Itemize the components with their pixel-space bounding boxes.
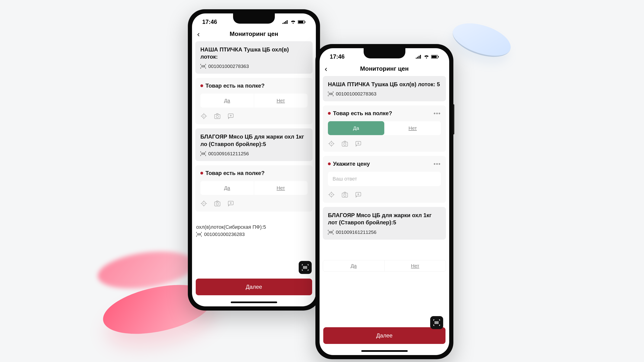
- svg-rect-18: [342, 142, 348, 146]
- svg-point-22: [331, 194, 332, 195]
- svg-rect-2: [305, 21, 306, 23]
- yes-button[interactable]: Да: [200, 94, 254, 107]
- svg-rect-10: [214, 202, 220, 206]
- question-card: Товар есть на полке? Да Нет: [195, 165, 312, 212]
- location-icon[interactable]: [328, 140, 335, 147]
- question-label: Товар есть на полке?: [206, 170, 264, 176]
- camera-icon[interactable]: [214, 200, 221, 207]
- signal-icon: [282, 20, 288, 24]
- price-question-card: Укажите цену •••: [323, 156, 446, 203]
- battery-icon: [298, 20, 306, 24]
- svg-rect-14: [432, 56, 437, 58]
- question-card: Товар есть на полке? Да Нет: [195, 78, 312, 124]
- status-time: 17:46: [202, 18, 217, 25]
- yes-button[interactable]: Да: [323, 260, 384, 271]
- product-title: БЛАГОЯР Мясо ЦБ для жарки охл 1кг ло (Ст…: [200, 133, 308, 147]
- product-title: НАША ПТИЧКА Тушка ЦБ охл(в) лоток:: [200, 46, 308, 60]
- location-icon[interactable]: [200, 200, 207, 207]
- required-indicator: [200, 84, 203, 87]
- svg-rect-23: [342, 193, 348, 197]
- wifi-icon: [424, 55, 429, 59]
- location-icon[interactable]: [328, 191, 335, 198]
- status-time: 17:46: [330, 53, 344, 60]
- phone-notch: [233, 13, 275, 24]
- phone-power-button: [453, 104, 454, 134]
- barcode-icon: [200, 64, 206, 69]
- phone-mockup-right: 17:46 ‹ Мониторинг цен НАША ПТИЧКА Тушка…: [316, 44, 453, 359]
- yes-button[interactable]: Да: [200, 181, 254, 195]
- barcode-value: 001009161211256: [336, 229, 376, 235]
- product-title: БЛАГОЯР Мясо ЦБ для жарки охл 1кг лот (С…: [328, 212, 441, 226]
- product-card: БЛАГОЯР Мясо ЦБ для жарки охл 1кг лот (С…: [323, 207, 446, 239]
- barcode-value: 001009161211256: [208, 151, 249, 156]
- price-input[interactable]: [328, 172, 441, 186]
- product-title: НАША ПТИЧКА Тушка ЦБ охл(в) лоток: 5: [328, 81, 441, 88]
- no-button[interactable]: Нет: [254, 94, 308, 107]
- add-comment-icon[interactable]: [355, 140, 362, 147]
- phone-notch: [364, 48, 405, 58]
- svg-rect-15: [438, 56, 439, 57]
- nav-bar: ‹ Мониторинг цен: [192, 27, 316, 41]
- svg-point-17: [331, 143, 332, 144]
- nav-title: Мониторинг цен: [197, 30, 311, 37]
- svg-point-11: [216, 203, 218, 205]
- wifi-icon: [290, 20, 296, 24]
- question-card: Товар есть на полке? ••• Да Нет: [323, 105, 446, 152]
- required-indicator: [328, 162, 331, 165]
- add-comment-icon[interactable]: [227, 200, 234, 207]
- question-label: Товар есть на полке?: [333, 110, 392, 117]
- svg-rect-5: [214, 114, 220, 119]
- barcode-value: 001001000236283: [204, 232, 245, 237]
- camera-icon[interactable]: [341, 140, 348, 147]
- location-icon[interactable]: [200, 113, 207, 120]
- question-label: Товар есть на полке?: [206, 82, 264, 89]
- decorative-disc-blue: [452, 25, 519, 93]
- product-card: БЛАГОЯР Мясо ЦБ для жарки охл 1кг ло (Ст…: [195, 128, 312, 161]
- back-button[interactable]: ‹: [325, 64, 327, 73]
- svg-point-6: [216, 115, 218, 118]
- next-button[interactable]: Далее: [196, 279, 312, 295]
- barcode-icon: [196, 232, 202, 237]
- product-card: НАША ПТИЧКА Тушка ЦБ охл(в) лоток: 5 001…: [323, 76, 446, 101]
- barcode-value: 001001000278363: [336, 91, 376, 97]
- nav-title: Мониторинг цен: [325, 65, 444, 72]
- home-indicator: [361, 350, 408, 352]
- product-card: НАША ПТИЧКА Тушка ЦБ охл(в) лоток: 00100…: [195, 41, 312, 74]
- svg-rect-1: [298, 21, 303, 23]
- battery-icon: [431, 55, 439, 59]
- barcode-icon: [328, 91, 334, 96]
- no-button[interactable]: Нет: [254, 181, 308, 195]
- barcode-value: 001001000278363: [208, 63, 249, 69]
- no-button[interactable]: Нет: [384, 260, 446, 271]
- svg-point-9: [204, 203, 204, 204]
- question-label: Укажите цену: [333, 161, 370, 167]
- required-indicator: [328, 112, 331, 115]
- truncated-product-text: охл(в)лоток(Сибирская ПФ):5: [195, 224, 312, 232]
- phone-mockup-left: 17:46 ‹ Мониторинг цен НАША ПТИЧКА Тушка…: [188, 9, 320, 311]
- required-indicator: [200, 172, 203, 175]
- svg-point-19: [344, 143, 346, 145]
- add-comment-icon[interactable]: [227, 113, 234, 120]
- floating-scan-button[interactable]: [430, 316, 443, 329]
- signal-icon: [416, 55, 422, 59]
- svg-point-4: [204, 116, 204, 117]
- yes-button-active[interactable]: Да: [328, 121, 384, 135]
- floating-scan-button[interactable]: [299, 261, 312, 274]
- more-menu-icon[interactable]: •••: [434, 110, 441, 117]
- next-button[interactable]: Далее: [323, 327, 446, 344]
- more-menu-icon[interactable]: •••: [434, 161, 441, 167]
- camera-icon[interactable]: [341, 191, 348, 198]
- bottom-yes-no-group: Да Нет: [323, 260, 446, 272]
- back-button[interactable]: ‹: [197, 29, 200, 38]
- camera-icon[interactable]: [214, 113, 221, 120]
- barcode-icon: [328, 230, 334, 235]
- barcode-icon: [200, 151, 206, 156]
- home-indicator: [231, 302, 277, 303]
- svg-point-24: [344, 194, 346, 196]
- nav-bar: ‹ Мониторинг цен: [320, 62, 449, 76]
- add-comment-icon[interactable]: [355, 191, 362, 198]
- no-button[interactable]: Нет: [384, 121, 441, 135]
